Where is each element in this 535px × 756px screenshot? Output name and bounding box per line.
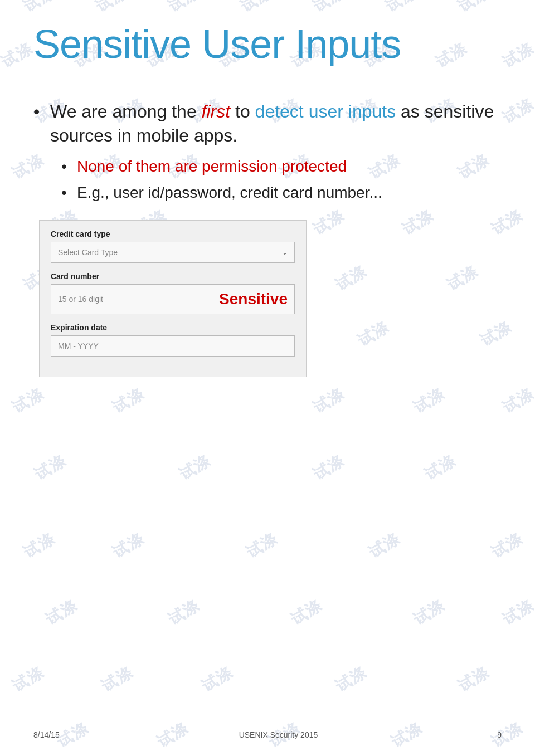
footer-date: 8/14/15	[33, 730, 60, 739]
card-type-group: Credit card type Select Card Type ⌄	[51, 230, 295, 263]
watermark: 试涤	[98, 662, 137, 697]
credit-card-form: Credit card type Select Card Type ⌄ Card…	[39, 220, 307, 377]
watermark: 试涤	[42, 595, 81, 630]
bullet-blue: detect user inputs	[255, 101, 396, 121]
watermark: 试涤	[242, 528, 282, 563]
chevron-down-icon: ⌄	[282, 248, 288, 256]
card-type-label: Credit card type	[51, 230, 295, 238]
card-number-input[interactable]: 15 or 16 digit Sensitive	[51, 284, 295, 314]
sub-bullet-normal-text: E.g., user id/password, credit card numb…	[77, 184, 382, 201]
expiration-label: Expiration date	[51, 323, 295, 332]
footer-page: 9	[497, 730, 502, 739]
watermark: 试涤	[198, 662, 237, 697]
expiration-placeholder: MM - YYYY	[58, 342, 288, 350]
slide-content: Sensitive User Inputs We are among the f…	[0, 0, 535, 399]
card-number-label: Card number	[51, 272, 295, 281]
watermark: 试涤	[499, 595, 535, 630]
watermark: 试涤	[454, 662, 494, 697]
slide-title: Sensitive User Inputs	[33, 22, 502, 66]
watermark: 试涤	[488, 528, 527, 563]
watermark: 试涤	[287, 595, 327, 630]
watermark: 试涤	[332, 662, 371, 697]
footer-conference: USENIX Security 2015	[239, 730, 318, 739]
sub-bullet-item-2: E.g., user id/password, credit card numb…	[61, 182, 502, 203]
bullet-text-middle: to	[230, 101, 255, 121]
watermark: 试涤	[20, 528, 59, 563]
watermark: 试涤	[109, 528, 148, 563]
card-type-placeholder: Select Card Type	[58, 248, 282, 257]
watermark: 试涤	[176, 450, 215, 485]
watermark: 试涤	[410, 595, 449, 630]
expiration-input[interactable]: MM - YYYY	[51, 335, 295, 357]
slide-footer: 8/14/15 USENIX Security 2015 9	[0, 730, 535, 739]
bullet-item-1: We are among the first to detect user in…	[33, 100, 502, 203]
watermark: 试涤	[8, 662, 48, 697]
bullet-italic: first	[202, 101, 231, 121]
expiration-group: Expiration date MM - YYYY	[51, 323, 295, 357]
watermark: 试涤	[365, 528, 405, 563]
card-type-select[interactable]: Select Card Type ⌄	[51, 242, 295, 263]
card-number-placeholder: 15 or 16 digit	[58, 295, 208, 304]
sub-bullet-item-1: None of them are permission protected	[61, 156, 502, 177]
bullet-text-prefix: We are among the	[50, 101, 202, 121]
card-number-group: Card number 15 or 16 digit Sensitive	[51, 272, 295, 314]
watermark: 试涤	[309, 450, 349, 485]
bullet-list: We are among the first to detect user in…	[33, 100, 502, 203]
sensitive-badge: Sensitive	[219, 290, 288, 308]
sub-bullet-red-text: None of them are permission protected	[77, 158, 347, 175]
sub-bullet-list: None of them are permission protected E.…	[61, 156, 502, 204]
watermark: 试涤	[421, 450, 460, 485]
watermark: 试涤	[31, 450, 70, 485]
watermark: 试涤	[164, 595, 204, 630]
